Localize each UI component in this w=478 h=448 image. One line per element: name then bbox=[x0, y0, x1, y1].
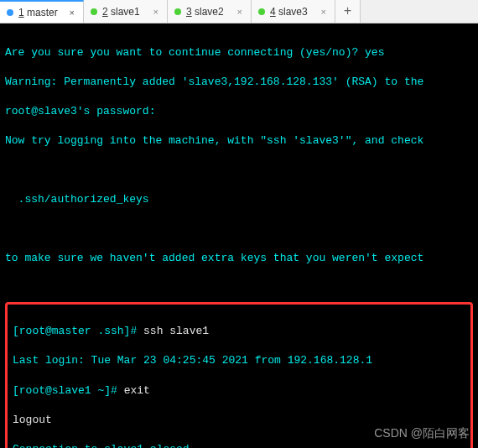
status-dot-icon bbox=[7, 9, 13, 16]
watermark: CSDN @陌白网客 bbox=[374, 425, 470, 441]
close-icon[interactable]: × bbox=[68, 8, 76, 18]
terminal-line: Connection to slave1 closed. bbox=[13, 442, 465, 448]
terminal-line: to make sure we haven't added extra keys… bbox=[5, 251, 473, 266]
terminal-line: [root@slave1 ~]# exit bbox=[13, 383, 465, 399]
terminal-line: Now try logging into the machine, with "… bbox=[5, 133, 473, 148]
tab-label: 2 slave1 bbox=[102, 6, 147, 18]
terminal-line bbox=[5, 163, 473, 178]
tab-label: 4 slave3 bbox=[270, 6, 314, 18]
status-dot-icon bbox=[258, 8, 265, 15]
status-dot-icon bbox=[174, 8, 181, 15]
terminal-line: root@slave3's password: bbox=[5, 104, 473, 119]
close-icon[interactable]: × bbox=[236, 7, 244, 17]
tab-label: 1 master bbox=[18, 7, 63, 18]
tab-slave1[interactable]: 2 slave1 × bbox=[84, 0, 168, 23]
terminal-line: Last login: Tue Mar 23 04:25:45 2021 fro… bbox=[13, 353, 465, 368]
tab-slave3[interactable]: 4 slave3 × bbox=[252, 0, 335, 23]
tab-label: 3 slave2 bbox=[186, 6, 231, 18]
new-tab-button[interactable]: + bbox=[335, 0, 361, 23]
tab-bar: 1 master × 2 slave1 × 3 slave2 × 4 slave… bbox=[0, 0, 478, 23]
terminal-line: Warning: Permanently added 'slave3,192.1… bbox=[5, 75, 473, 90]
terminal-output[interactable]: Are you sure you want to continue connec… bbox=[0, 23, 478, 448]
tab-master[interactable]: 1 master × bbox=[0, 0, 84, 23]
terminal-line: Are you sure you want to continue connec… bbox=[5, 45, 473, 60]
status-dot-icon bbox=[91, 8, 97, 15]
tab-slave2[interactable]: 3 slave2 × bbox=[168, 0, 252, 23]
terminal-line: [root@master .ssh]# ssh slave1 bbox=[13, 324, 465, 339]
terminal-line bbox=[5, 221, 473, 237]
close-icon[interactable]: × bbox=[152, 7, 160, 17]
close-icon[interactable]: × bbox=[320, 7, 328, 17]
terminal-line: .ssh/authorized_keys bbox=[5, 192, 473, 207]
